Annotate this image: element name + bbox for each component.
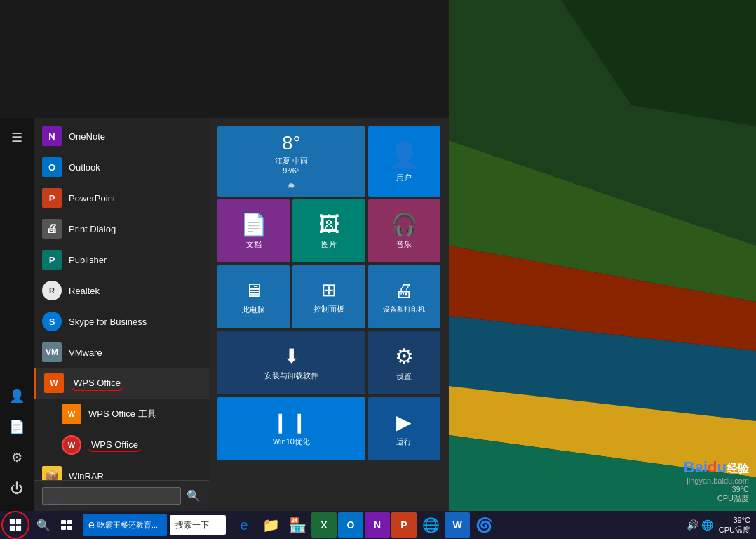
svg-rect-11: [16, 519, 21, 524]
tile-install-label: 安装与卸载软件: [223, 371, 360, 381]
windows-logo-icon: [9, 519, 22, 531]
taskbar-browser[interactable]: e 吃霸王餐还教育...: [83, 514, 167, 536]
tile-doc-label: 文档: [223, 239, 284, 250]
svg-rect-12: [10, 526, 15, 531]
wpsoffice-icon: W: [44, 373, 64, 393]
taskbar-icon-excel[interactable]: X: [311, 512, 337, 538]
app-list: N OneNote O Outlook P PowerPoint 🖨: [34, 118, 209, 511]
taskbar-icon-explorer[interactable]: 📁: [258, 512, 283, 538]
app-item-realtek[interactable]: R Realtek: [34, 275, 209, 306]
start-search-bar: 🔍: [34, 480, 209, 511]
tile-photo-label: 图片: [298, 239, 359, 250]
tray-network-icon[interactable]: 🌐: [701, 519, 713, 531]
app-item-onenote[interactable]: N OneNote: [34, 121, 209, 152]
app-item-outlook[interactable]: O Outlook: [34, 152, 209, 182]
app-item-publisher[interactable]: P Publisher: [34, 244, 209, 275]
taskbar-task-view-icon[interactable]: [56, 514, 79, 536]
tile-user[interactable]: 👤 用户: [368, 126, 440, 197]
hamburger-menu-icon[interactable]: ☰: [3, 124, 31, 152]
tile-printer-label: 设备和打印机: [374, 305, 435, 314]
tile-doc[interactable]: 📄 文档: [217, 199, 290, 262]
documents-icon[interactable]: 📄: [3, 413, 31, 441]
realtek-icon: R: [42, 281, 62, 300]
start-menu: ☰ 👤 📄 ⚙ ⏻ N OneNote O Outlook: [0, 118, 449, 511]
taskbar-icon-onenote[interactable]: N: [365, 512, 390, 538]
vmware-label: VMware: [69, 347, 102, 358]
tile-thispc[interactable]: 🖥 此电脑: [217, 265, 290, 328]
powerpoint-icon: P: [42, 188, 62, 208]
publisher-icon: P: [42, 250, 62, 270]
tile-photo[interactable]: 🖼 图片: [292, 199, 365, 262]
skype-icon: S: [42, 312, 62, 331]
realtek-label: Realtek: [69, 286, 100, 296]
clock-temp: 39°C CPU温度: [719, 515, 750, 535]
taskbar-right: 🔊 🌐 39°C CPU温度: [687, 515, 756, 535]
power-icon[interactable]: ⏻: [3, 474, 31, 503]
account-icon[interactable]: 👤: [3, 382, 31, 410]
baidu-logo: Baidu经验: [684, 458, 749, 477]
baidu-url: jingyan.baidu.com: [684, 477, 749, 485]
settings-rail-icon[interactable]: ⚙: [3, 444, 31, 472]
app-item-powerpoint[interactable]: P PowerPoint: [34, 182, 209, 213]
app-item-skype[interactable]: S Skype for Business: [34, 306, 209, 337]
taskbar-app-icons: e 📁 🏪 X O N P 🌐 W 🌀: [231, 512, 497, 538]
tile-install[interactable]: ⬇ 安装与卸载软件: [217, 331, 365, 394]
taskbar-search-button[interactable]: 搜索一下: [170, 515, 226, 535]
tile-run-label: 运行: [374, 437, 435, 447]
tile-control[interactable]: ⊞ 控制面板: [292, 265, 365, 328]
taskbar-search-icon[interactable]: 🔍: [32, 514, 55, 536]
taskbar-icon-outlook[interactable]: O: [338, 512, 363, 538]
wpsapp-label: WPS Office: [88, 439, 141, 452]
tray-volume-icon[interactable]: 🔊: [687, 519, 698, 531]
tile-control-label: 控制面板: [298, 304, 359, 314]
taskbar-icon-store[interactable]: 🏪: [285, 512, 310, 538]
svg-rect-13: [16, 526, 21, 531]
taskbar-icon-app10[interactable]: 🌀: [471, 512, 497, 538]
wpstool-icon: W: [62, 404, 81, 424]
tile-win10opt[interactable]: ❙❙ Win10优化: [217, 397, 365, 460]
tile-music[interactable]: 🎧 音乐: [368, 199, 440, 262]
tile-settings[interactable]: ⚙ 设置: [368, 331, 440, 394]
sub-item-wpsapp[interactable]: W WPS Office: [34, 430, 209, 460]
printdialog-icon: 🖨: [42, 219, 62, 239]
svg-rect-15: [67, 520, 72, 524]
taskbar-icon-word[interactable]: W: [445, 512, 470, 538]
tiles-area: 8° 江夏 中雨 9°/6° 🌧 👤 用户 📄 文档 🖼: [209, 118, 449, 511]
tile-weather[interactable]: 8° 江夏 中雨 9°/6° 🌧: [217, 126, 365, 197]
onenote-icon: N: [42, 126, 62, 146]
tile-win10opt-label: Win10优化: [223, 437, 360, 447]
app-item-printdialog[interactable]: 🖨 Print Dialog: [34, 213, 209, 244]
app-item-vmware[interactable]: VM VMware: [34, 337, 209, 368]
wpsapp-icon: W: [62, 435, 81, 455]
taskbar-search-btn-label: 搜索一下: [175, 519, 209, 531]
taskbar-icon-globe[interactable]: 🌐: [418, 512, 443, 538]
taskbar-icon-powerpoint[interactable]: P: [391, 512, 417, 538]
powerpoint-label: PowerPoint: [69, 193, 115, 204]
tile-music-label: 音乐: [374, 239, 435, 250]
svg-rect-10: [10, 519, 15, 524]
start-button[interactable]: [1, 511, 29, 539]
start-search-input[interactable]: [42, 487, 181, 505]
svg-rect-17: [67, 526, 72, 530]
baidu-watermark: Baidu经验 jingyan.baidu.com 39°C CPU温度: [684, 458, 749, 504]
skype-label: Skype for Business: [69, 317, 147, 327]
printdialog-label: Print Dialog: [69, 224, 116, 234]
sub-item-wpstool[interactable]: W WPS Office 工具: [34, 399, 209, 430]
outlook-label: Outlook: [69, 162, 100, 173]
svg-rect-16: [61, 526, 66, 530]
outlook-icon: O: [42, 157, 62, 177]
svg-rect-14: [61, 520, 66, 524]
start-search-icon[interactable]: 🔍: [187, 489, 201, 503]
clock[interactable]: 39°C CPU温度: [719, 515, 750, 535]
desktop: ☰ 👤 📄 ⚙ ⏻ N OneNote O Outlook: [0, 0, 756, 539]
app-item-wpsoffice[interactable]: W WPS Office: [34, 368, 209, 399]
vmware-icon: VM: [42, 342, 62, 362]
publisher-label: Publisher: [69, 255, 107, 265]
start-left-rail: ☰ 👤 📄 ⚙ ⏻: [0, 118, 34, 511]
tile-user-label: 用户: [374, 173, 435, 183]
tile-run[interactable]: ▶ 运行: [368, 397, 440, 460]
tile-printer[interactable]: 🖨 设备和打印机: [368, 265, 440, 328]
baidu-temp: 39°C CPU温度: [684, 485, 749, 504]
taskbar-browser-label: 吃霸王餐还教育...: [97, 520, 158, 531]
taskbar-icon-edge[interactable]: e: [231, 512, 257, 538]
